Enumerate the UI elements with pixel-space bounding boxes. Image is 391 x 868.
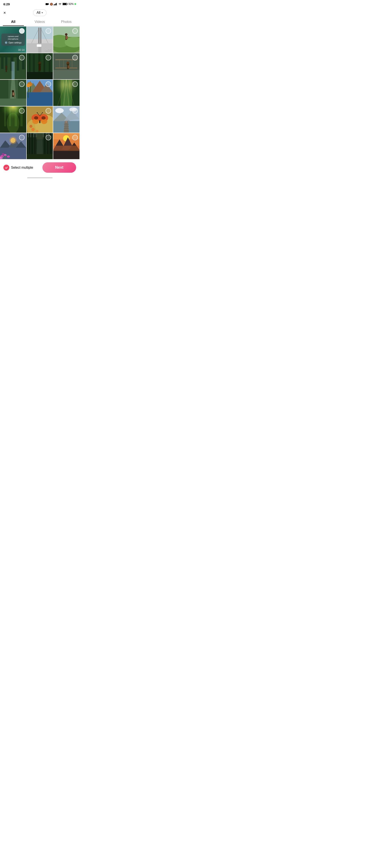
- select-circle-3: [72, 28, 78, 34]
- duration-1: 00:14: [18, 49, 25, 52]
- svg-rect-41: [33, 54, 35, 74]
- duration-2: 00:37: [45, 49, 51, 52]
- header: × All ▾: [0, 8, 80, 18]
- media-cell-6[interactable]: [53, 53, 80, 80]
- svg-point-137: [9, 137, 17, 144]
- tab-all[interactable]: All: [0, 18, 27, 26]
- media-cell-14[interactable]: [27, 133, 53, 159]
- svg-rect-77: [27, 92, 53, 106]
- select-circle-6: [72, 55, 78, 60]
- svg-point-36: [5, 66, 7, 68]
- svg-rect-8: [67, 4, 67, 5]
- select-circle-13: [19, 135, 25, 140]
- svg-point-114: [37, 112, 37, 113]
- media-cell-11[interactable]: [27, 106, 53, 133]
- battery-percent: 92%: [68, 3, 73, 5]
- select-circle-10: [19, 108, 25, 114]
- svg-rect-6: [56, 3, 57, 5]
- select-circle-12: [72, 108, 78, 114]
- svg-rect-67: [0, 98, 26, 106]
- camera-recording-icon: [46, 3, 49, 5]
- battery-icon: [63, 3, 68, 5]
- svg-point-108: [32, 119, 38, 124]
- signal-icon: [54, 3, 57, 5]
- wifi-icon: [58, 3, 62, 5]
- home-indicator: [0, 176, 80, 179]
- svg-rect-47: [38, 65, 41, 70]
- svg-rect-13: [40, 28, 41, 44]
- next-button[interactable]: Next: [42, 162, 76, 173]
- svg-rect-18: [37, 44, 41, 47]
- select-circle-5: [46, 55, 51, 60]
- select-circle-15: [72, 135, 78, 140]
- svg-rect-43: [43, 54, 45, 74]
- select-circle-7: [19, 82, 25, 87]
- svg-point-110: [34, 116, 38, 120]
- svg-rect-35: [11, 61, 14, 79]
- media-cell-8[interactable]: [27, 80, 53, 106]
- chevron-down-icon: ▾: [41, 11, 43, 14]
- media-cell-9[interactable]: [53, 80, 80, 106]
- svg-rect-40: [29, 53, 31, 74]
- open-settings-link[interactable]: ⚙️ Open settings: [3, 41, 23, 44]
- svg-point-109: [41, 119, 47, 124]
- svg-point-142: [7, 156, 10, 158]
- media-cell-3[interactable]: [53, 27, 80, 53]
- svg-point-141: [2, 153, 4, 155]
- filter-label: All: [37, 11, 40, 14]
- media-cell-10[interactable]: [0, 106, 26, 133]
- select-circle-1: [19, 28, 25, 34]
- svg-rect-165: [53, 150, 80, 159]
- svg-rect-166: [53, 146, 80, 151]
- media-cell-4[interactable]: [0, 53, 26, 80]
- permission-text: camera and microphone: [3, 35, 23, 40]
- svg-rect-5: [55, 3, 56, 5]
- svg-rect-33: [17, 55, 19, 70]
- tabs: All Videos Photos: [0, 18, 80, 26]
- svg-rect-26: [66, 36, 68, 39]
- svg-marker-1: [48, 3, 49, 5]
- filter-dropdown[interactable]: All ▾: [33, 9, 47, 16]
- tab-photos[interactable]: Photos: [53, 18, 80, 26]
- select-circle-4: [19, 55, 25, 60]
- svg-rect-0: [46, 3, 48, 5]
- media-cell-12[interactable]: [53, 106, 80, 133]
- svg-rect-12: [38, 28, 39, 44]
- permission-overlay: camera and microphone ⚙️ Open settings: [1, 33, 25, 46]
- svg-rect-9: [63, 3, 66, 5]
- status-icons: 🔕 92%: [46, 3, 76, 5]
- checkmark-icon: [5, 166, 8, 169]
- media-cell-1[interactable]: camera and microphone ⚙️ Open settings 0…: [0, 27, 26, 53]
- svg-point-111: [41, 116, 46, 120]
- svg-point-115: [42, 112, 43, 113]
- media-cell-5[interactable]: [27, 53, 53, 80]
- select-circle-14: [46, 135, 51, 140]
- svg-point-68: [12, 90, 14, 92]
- mute-icon: 🔕: [50, 3, 53, 5]
- svg-rect-3: [54, 4, 54, 5]
- svg-rect-30: [1, 56, 4, 69]
- home-bar: [27, 177, 53, 178]
- tab-videos[interactable]: Videos: [27, 18, 53, 26]
- status-time: 6:29: [3, 2, 10, 6]
- svg-rect-4: [55, 4, 55, 5]
- svg-text:🔕: 🔕: [50, 3, 53, 5]
- media-grid: camera and microphone ⚙️ Open settings 0…: [0, 27, 80, 159]
- select-multiple-label: Select multiple: [11, 166, 33, 169]
- svg-rect-63: [67, 61, 69, 64]
- svg-point-24: [65, 33, 68, 36]
- media-cell-2[interactable]: 00:37: [27, 27, 53, 53]
- close-button[interactable]: ×: [3, 10, 6, 15]
- status-bar: 6:29 🔕 92%: [0, 0, 80, 8]
- svg-rect-156: [27, 154, 53, 159]
- media-cell-7[interactable]: [0, 80, 26, 106]
- battery-dot: [74, 3, 76, 5]
- media-cell-13[interactable]: [0, 133, 26, 159]
- media-cell-15[interactable]: [53, 133, 80, 159]
- svg-rect-58: [55, 67, 78, 68]
- svg-rect-37: [6, 68, 7, 72]
- svg-rect-78: [28, 93, 29, 98]
- select-multiple-area[interactable]: Select multiple: [3, 165, 33, 170]
- svg-rect-157: [36, 133, 43, 140]
- svg-point-117: [36, 130, 38, 132]
